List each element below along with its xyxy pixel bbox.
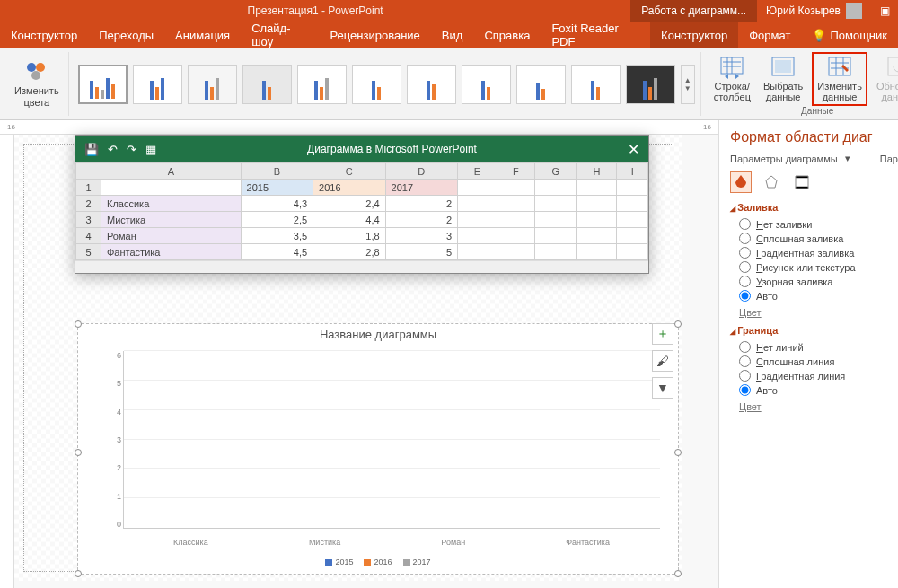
cell[interactable] [577, 180, 617, 196]
table-row[interactable]: 4Роман3,51,83 [76, 228, 648, 244]
radio-input[interactable] [739, 247, 751, 259]
fill-option[interactable]: Рисунок или текстура [739, 261, 898, 273]
column-header[interactable]: I [617, 163, 648, 180]
cell[interactable]: 1,8 [313, 228, 386, 244]
cell[interactable]: Классика [101, 196, 242, 212]
radio-input[interactable] [739, 218, 751, 230]
column-header[interactable]: G [535, 163, 577, 180]
chart-style-10[interactable] [571, 65, 621, 104]
data-editor-close-button[interactable]: ✕ [628, 141, 639, 158]
cell[interactable]: 2 [385, 212, 458, 228]
cell[interactable] [617, 212, 648, 228]
cell[interactable] [577, 212, 617, 228]
cell[interactable] [617, 180, 648, 196]
chart-data-editor-window[interactable]: 💾 ↶ ↷ ▦ Диаграмма в Microsoft PowerPoint… [75, 135, 649, 274]
row-header[interactable]: 1 [76, 180, 101, 196]
radio-input[interactable] [739, 370, 751, 382]
column-header[interactable]: E [458, 163, 497, 180]
tab-transitions[interactable]: Переходы [88, 22, 164, 48]
format-pane[interactable]: Формат области диаг Параметры диаграммы▾… [718, 120, 898, 588]
chart-style-5[interactable] [297, 65, 347, 104]
chart-style-more-button[interactable]: ▲▼ [681, 65, 695, 104]
border-section-header[interactable]: Граница [730, 325, 898, 336]
cell[interactable] [458, 180, 497, 196]
effects-category-icon[interactable] [761, 171, 782, 193]
cell[interactable]: Мистика [101, 212, 242, 228]
tab-chart-design[interactable]: Конструктор [650, 22, 738, 48]
cell[interactable] [497, 212, 534, 228]
cell[interactable]: 3 [385, 228, 458, 244]
cell[interactable] [535, 228, 577, 244]
open-excel-icon[interactable]: ▦ [145, 143, 156, 156]
chart-styles-button[interactable]: 🖌 [652, 350, 674, 372]
cell[interactable] [617, 228, 648, 244]
tab-view[interactable]: Вид [431, 22, 474, 48]
column-header[interactable]: A [101, 163, 242, 180]
tab-foxit[interactable]: Foxit Reader PDF [541, 22, 650, 48]
tab-chart-format[interactable]: Формат [738, 22, 801, 48]
cell[interactable]: 4,4 [313, 212, 386, 228]
radio-input[interactable] [739, 355, 751, 367]
cell[interactable]: 4,3 [241, 196, 313, 212]
size-category-icon[interactable] [791, 171, 813, 193]
cell[interactable] [535, 180, 577, 196]
cell[interactable]: Фантастика [101, 244, 242, 260]
radio-input[interactable] [739, 290, 751, 302]
chart-style-3[interactable] [188, 65, 237, 104]
radio-input[interactable] [739, 233, 751, 244]
cell[interactable]: 2015 [241, 180, 313, 196]
slide-canvas[interactable]: 💾 ↶ ↷ ▦ Диаграмма в Microsoft PowerPoint… [14, 135, 682, 581]
table-row[interactable]: 3Мистика2,54,42 [76, 212, 648, 228]
cell[interactable] [577, 196, 617, 212]
fill-option[interactable]: Сплошная заливка [739, 233, 898, 244]
cell[interactable]: 4,5 [241, 244, 313, 260]
row-header[interactable]: 5 [76, 244, 101, 260]
radio-input[interactable] [739, 276, 751, 287]
select-data-button[interactable]: Выбрать данные [760, 54, 806, 104]
chart-title[interactable]: Название диаграммы [78, 324, 678, 345]
cell[interactable] [535, 196, 577, 212]
user-account[interactable]: Юрий Козырев [757, 3, 871, 19]
ribbon-display-options-icon[interactable]: ▣ [871, 4, 898, 17]
cell[interactable] [577, 228, 617, 244]
cell[interactable]: 3,5 [241, 228, 313, 244]
tell-me[interactable]: 💡 Помощник [801, 29, 898, 42]
legend-item[interactable]: 2017 [403, 557, 431, 566]
table-row[interactable]: 1201520162017 [76, 180, 648, 196]
edit-data-button[interactable]: Изменить данные [812, 52, 867, 106]
cell[interactable] [458, 228, 497, 244]
undo-icon[interactable]: ↶ [108, 143, 118, 156]
radio-input[interactable] [739, 384, 751, 396]
cell[interactable] [497, 196, 534, 212]
table-row[interactable]: 2Классика4,32,42 [76, 196, 648, 212]
cell[interactable] [617, 244, 648, 260]
cell[interactable] [458, 244, 497, 260]
row-header[interactable]: 2 [76, 196, 101, 212]
column-header[interactable]: D [385, 163, 458, 180]
cell[interactable] [535, 244, 577, 260]
chart-style-9[interactable] [516, 65, 566, 104]
cell[interactable] [617, 196, 648, 212]
border-option[interactable]: Градиентная линия [739, 370, 898, 382]
chart-style-1[interactable] [78, 65, 128, 104]
chart-object[interactable]: Название диаграммы 0123456 КлассикаМисти… [77, 323, 679, 575]
border-option[interactable]: Сплошная линия [739, 355, 898, 367]
chart-style-gallery[interactable]: ▲▼ [78, 52, 695, 116]
cell[interactable] [101, 180, 242, 196]
border-option[interactable]: Нет линий [739, 341, 898, 353]
cell[interactable]: 2016 [313, 180, 386, 196]
column-header[interactable]: C [313, 163, 386, 180]
data-editor-scrollbar[interactable] [75, 260, 648, 273]
cell[interactable] [497, 228, 534, 244]
chart-style-11[interactable] [626, 65, 675, 104]
data-grid[interactable]: ABCDEFGHI 12015201620172Классика4,32,423… [75, 162, 648, 260]
cell[interactable] [458, 196, 497, 212]
chart-style-2[interactable] [133, 65, 182, 104]
fill-line-category-icon[interactable] [730, 171, 752, 193]
plot-area[interactable] [123, 351, 660, 529]
border-color-label[interactable]: Цвет [739, 401, 898, 412]
tab-slideshow[interactable]: Слайд-шоу [241, 22, 319, 48]
switch-row-column-button[interactable]: Строка/ столбец [710, 54, 754, 104]
fill-option[interactable]: Градиентная заливка [739, 247, 898, 259]
tab-animations[interactable]: Анимация [164, 22, 241, 48]
